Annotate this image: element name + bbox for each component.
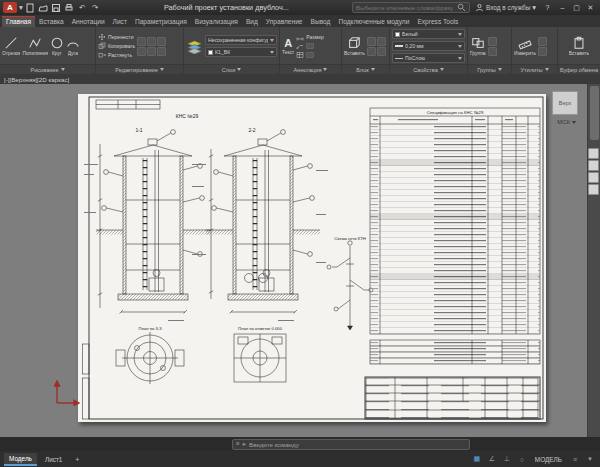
ribbon-tab-parametrizatsiya[interactable]: Параметризация	[131, 17, 191, 27]
panel-label-groups[interactable]: Группы	[468, 64, 511, 74]
search-icon[interactable]	[457, 3, 466, 12]
ribbon-tab-annotatsii[interactable]: Аннотации	[68, 17, 109, 27]
tool-insert-block-button[interactable]: Вставить	[344, 36, 365, 56]
command-customize-icon[interactable]: ≡	[236, 441, 240, 448]
tool-table-button[interactable]	[296, 51, 324, 59]
panel-label-clipboard[interactable]: Буфер обмена	[558, 64, 600, 74]
signin-label: Вход в службы	[486, 4, 530, 11]
ribbon-tab-vid[interactable]: Вид	[242, 17, 262, 27]
tool-copy-button[interactable]: Копировать	[98, 42, 135, 50]
tool-line-button[interactable]: Отрезок	[2, 36, 20, 56]
tool-stretch-button[interactable]: Растянуть	[98, 51, 135, 59]
ribbon-tab-vizualizatsiya[interactable]: Визуализация	[191, 17, 242, 27]
linetype-select[interactable]: ПоСлою	[392, 53, 465, 63]
tool-paste-button[interactable]: Вставить	[569, 36, 590, 56]
help-button[interactable]: ?	[541, 2, 554, 13]
ribbon-tab-glavnaya[interactable]: Главная	[2, 16, 35, 27]
polyline-icon	[28, 36, 42, 50]
pan-button[interactable]	[588, 160, 599, 171]
layer-properties-button[interactable]	[186, 39, 203, 54]
ribbon-tab-vyvod[interactable]: Вывод	[307, 17, 335, 27]
scrollbar-thumb[interactable]	[590, 86, 599, 140]
customization-menu-icon[interactable]: ≡	[569, 456, 581, 463]
status-bar: Модель Лист1 + ▦ ∠ ⊥ ○ МОДЕЛЬ ≡ ▾	[0, 451, 600, 467]
tool-move-button[interactable]: Перенести	[98, 33, 135, 41]
drawing-canvas[interactable]: КНС №29 1-1 2-2 Спецификация на КНС №29 …	[0, 84, 600, 437]
layout1-tab[interactable]: Лист1	[40, 454, 67, 465]
lineweight-icon	[395, 45, 403, 47]
id-point-icon[interactable]	[538, 47, 547, 56]
drawing-sheet[interactable]: КНС №29 1-1 2-2 Спецификация на КНС №29 …	[78, 94, 546, 422]
block-sync-icon[interactable]	[377, 47, 386, 56]
orbit-button[interactable]	[588, 184, 599, 195]
panel-label-block[interactable]: Блок	[342, 64, 389, 74]
tool-polyline-button[interactable]: Полилиния	[22, 36, 47, 56]
layer-select[interactable]: К1_ВК	[205, 47, 277, 57]
tool-dimension-button[interactable]: Размер	[296, 33, 324, 41]
ribbon-tab-vstavka[interactable]: Вставка	[35, 17, 68, 27]
wcs-dropdown[interactable]: МСК	[557, 119, 576, 125]
ribbon-tab-moduli[interactable]: Подключенные модули	[334, 17, 413, 27]
new-file-button[interactable]	[25, 2, 36, 13]
redo-button[interactable]: ↷	[90, 2, 101, 13]
panel-label-draw[interactable]: Рисование	[0, 64, 95, 74]
viewport-controls[interactable]: [-][Верхняя][2D каркас]	[4, 76, 69, 83]
app-logo-icon[interactable]: A	[3, 2, 17, 13]
trim-icon[interactable]	[137, 47, 146, 56]
panel-label-annotation[interactable]: Аннотация	[280, 64, 341, 74]
panel-label-layers[interactable]: Слои	[184, 64, 279, 74]
ortho-toggle-icon[interactable]: ⊥	[501, 455, 513, 463]
color-select[interactable]: Белый	[392, 29, 465, 39]
osnap-toggle-icon[interactable]: ○	[516, 456, 528, 463]
ribbon-tab-list[interactable]: Лист	[109, 17, 131, 27]
scale-icon[interactable]	[147, 47, 156, 56]
signin-button[interactable]: Вход в службы ▾	[472, 3, 539, 12]
group-edit-icon[interactable]	[488, 47, 497, 56]
tool-group-button[interactable]: Группа	[470, 36, 486, 56]
close-button[interactable]: ✕	[584, 2, 597, 13]
panel-label-properties[interactable]: Свойства	[390, 64, 467, 74]
ribbon-tab-upravlenie[interactable]: Управление	[262, 17, 307, 27]
quick-select-icon[interactable]	[538, 37, 547, 46]
tool-arc-button[interactable]: Дуга	[66, 36, 80, 56]
plot-button[interactable]	[64, 2, 75, 13]
undo-button[interactable]: ↶	[77, 2, 88, 13]
new-layout-button[interactable]: +	[70, 454, 84, 465]
arc-icon	[66, 36, 80, 50]
create-block-icon[interactable]	[367, 37, 376, 46]
command-input[interactable]: ≡ ▸ Введите команду	[232, 439, 470, 450]
panel-label-utilities[interactable]: Утилиты	[512, 64, 557, 74]
ribbon-tab-express-tools[interactable]: Express Tools	[413, 17, 462, 27]
polar-tracking-icon[interactable]: ∠	[486, 455, 498, 463]
tool-text-button[interactable]: A Текст	[282, 37, 294, 55]
search-input[interactable]	[356, 4, 455, 11]
command-line-bar: ≡ ▸ Введите команду	[0, 437, 600, 451]
ungroup-icon[interactable]	[488, 37, 497, 46]
tool-leader-button[interactable]	[296, 42, 324, 50]
chevron-down-icon[interactable]: ▾	[584, 455, 596, 463]
zoom-button[interactable]	[588, 172, 599, 183]
edit-block-icon[interactable]	[377, 37, 386, 46]
fillet-icon[interactable]	[157, 37, 166, 46]
panel-label-modify[interactable]: Редактирование	[96, 64, 183, 74]
maximize-button[interactable]: ▢	[570, 2, 583, 13]
block-attr-icon[interactable]	[367, 47, 376, 56]
mirror-icon[interactable]	[147, 37, 156, 46]
minimize-button[interactable]: –	[556, 2, 569, 13]
tool-label: Полилиния	[22, 51, 47, 56]
chevron-down-icon[interactable]: ▾	[19, 4, 23, 12]
model-tab[interactable]: Модель	[4, 453, 37, 466]
rotate-icon[interactable]	[137, 37, 146, 46]
tool-circle-button[interactable]: Круг	[50, 36, 64, 56]
viewcube[interactable]: Верх	[552, 91, 578, 115]
save-button[interactable]	[51, 2, 62, 13]
layer-config-select[interactable]: Несохраненная конфигурация сло...	[205, 35, 277, 45]
model-space-button[interactable]: МОДЕЛЬ	[531, 456, 566, 463]
lineweight-select[interactable]: 0,20 мм	[392, 41, 465, 51]
open-file-button[interactable]	[38, 2, 49, 13]
grid-toggle-icon[interactable]: ▦	[471, 455, 483, 463]
vertical-scrollbar[interactable]	[587, 84, 600, 437]
tool-measure-button[interactable]: Измерить	[514, 36, 536, 56]
full-navigation-wheel-button[interactable]	[588, 148, 599, 159]
array-icon[interactable]	[157, 47, 166, 56]
